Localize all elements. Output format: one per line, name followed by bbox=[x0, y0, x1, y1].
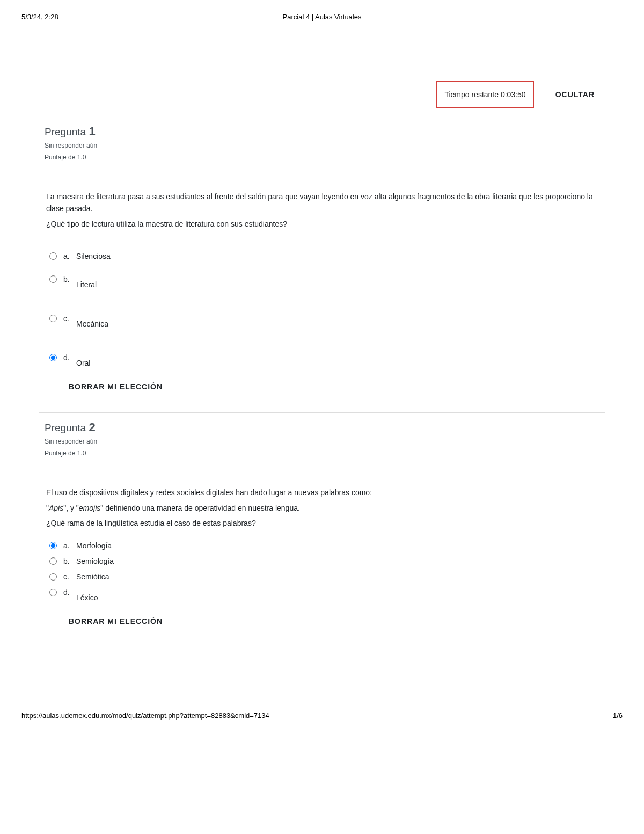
question-points: Puntaje de 1.0 bbox=[45, 154, 599, 161]
option-label: Semiótica bbox=[75, 572, 109, 581]
option-radio[interactable] bbox=[49, 252, 57, 260]
question-text: La maestra de literatura pasa a sus estu… bbox=[46, 191, 598, 230]
clear-choice-button[interactable]: BORRAR MI ELECCIÓN bbox=[69, 382, 598, 391]
timer-value: 0:03:50 bbox=[501, 90, 526, 99]
option-letter: d. bbox=[63, 588, 75, 597]
print-title: Parcial 4 | Aulas Virtuales bbox=[129, 13, 515, 21]
question-status: Sin responder aún bbox=[45, 142, 599, 149]
options-list: a.Silenciosab.Literalc.Mecánicad.Oral bbox=[49, 251, 598, 362]
print-header: 5/3/24, 2:28 Parcial 4 | Aulas Virtuales bbox=[0, 0, 644, 27]
timer-row: Tiempo restante 0:03:50 OCULTAR bbox=[39, 81, 605, 108]
timer-label: Tiempo restante bbox=[444, 90, 501, 99]
question-title: Pregunta 2 bbox=[45, 420, 599, 434]
option-radio[interactable] bbox=[49, 275, 57, 283]
option-letter: a. bbox=[63, 252, 75, 260]
option-row[interactable]: a.Silenciosa bbox=[49, 251, 598, 260]
print-page: 1/6 bbox=[613, 712, 623, 720]
question-header: Pregunta 2 Sin responder aún Puntaje de … bbox=[39, 412, 605, 465]
option-row[interactable]: c.Mecánica bbox=[49, 314, 598, 323]
option-letter: b. bbox=[63, 557, 75, 565]
option-radio[interactable] bbox=[49, 589, 57, 596]
option-label: Oral bbox=[75, 359, 90, 367]
clear-choice-button[interactable]: BORRAR MI ELECCIÓN bbox=[69, 617, 598, 626]
option-label: Morfología bbox=[75, 541, 112, 550]
print-date: 5/3/24, 2:28 bbox=[21, 13, 129, 21]
question-status: Sin responder aún bbox=[45, 438, 599, 445]
option-letter: c. bbox=[63, 314, 75, 323]
print-url: https://aulas.udemex.edu.mx/mod/quiz/att… bbox=[21, 712, 269, 720]
option-letter: a. bbox=[63, 541, 75, 550]
option-row[interactable]: a.Morfología bbox=[49, 541, 598, 550]
option-row[interactable]: d.Oral bbox=[49, 353, 598, 362]
option-row[interactable]: b.Semiología bbox=[49, 556, 598, 565]
option-label: Mecánica bbox=[75, 320, 108, 328]
question-text: El uso de dispositivos digitales y redes… bbox=[46, 487, 598, 529]
hide-timer-button[interactable]: OCULTAR bbox=[545, 86, 605, 103]
option-radio[interactable] bbox=[49, 557, 57, 565]
option-label: Literal bbox=[75, 280, 97, 289]
question-block-2: Pregunta 2 Sin responder aún Puntaje de … bbox=[39, 412, 605, 626]
option-row[interactable]: b.Literal bbox=[49, 274, 598, 284]
option-letter: d. bbox=[63, 353, 75, 362]
option-radio[interactable] bbox=[49, 315, 57, 322]
option-label: Léxico bbox=[75, 593, 98, 602]
option-row[interactable]: d.Léxico bbox=[49, 588, 598, 597]
option-radio[interactable] bbox=[49, 573, 57, 581]
option-label: Silenciosa bbox=[75, 252, 111, 260]
option-radio[interactable] bbox=[49, 354, 57, 361]
timer-box: Tiempo restante 0:03:50 bbox=[436, 81, 533, 108]
option-label: Semiología bbox=[75, 557, 114, 565]
option-row[interactable]: c.Semiótica bbox=[49, 572, 598, 581]
question-number: 2 bbox=[89, 420, 95, 434]
question-block-1: Pregunta 1 Sin responder aún Puntaje de … bbox=[39, 117, 605, 391]
question-number: 1 bbox=[89, 125, 95, 138]
question-title: Pregunta 1 bbox=[45, 125, 599, 139]
print-footer: https://aulas.udemex.edu.mx/mod/quiz/att… bbox=[0, 690, 644, 730]
question-points: Puntaje de 1.0 bbox=[45, 449, 599, 457]
option-letter: b. bbox=[63, 275, 75, 284]
options-list: a.Morfologíab.Semiologíac.Semióticad.Léx… bbox=[49, 541, 598, 597]
question-header: Pregunta 1 Sin responder aún Puntaje de … bbox=[39, 117, 605, 169]
option-letter: c. bbox=[63, 572, 75, 581]
option-radio[interactable] bbox=[49, 542, 57, 549]
